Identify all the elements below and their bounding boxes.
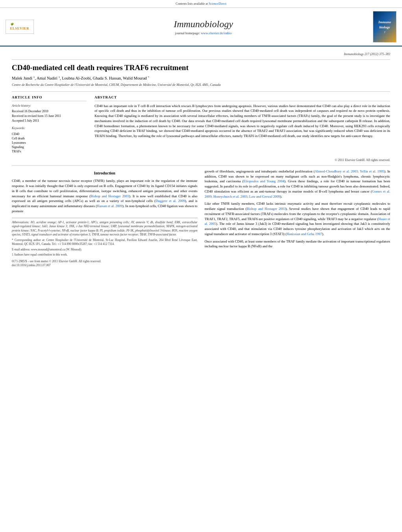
journal-header-center: Immunobiology journal homepage: www.else… [38,18,369,35]
divider-1 [12,59,390,60]
affiliation: Centre de Recherche du Centre Hospitalie… [12,83,390,87]
journal-cover-image: Immunobiology 7 [373,11,396,43]
keywords-section: Keywords: CD40 Cell death Lysosomes Sign… [12,126,87,154]
sciencedirect-label: Contents lists available at [176,2,208,6]
footnote-abbreviations: Abbreviations: AO, acridine orange; AP-1… [12,221,198,237]
intro-left-para-1: CD40, a member of the tumour necrosis fa… [12,178,198,213]
footnote-corresponding: * Corresponding author at: Centre Hospit… [12,238,198,247]
publisher-bottom: 0171-2985/$ – see front matter © 2011 El… [12,260,198,268]
page-wrapper: Contents lists available at ScienceDirec… [0,0,402,532]
sciencedirect-link[interactable]: ScienceDirect [209,2,226,6]
intro-right-para-1: growth of fibroblasts, angiogenesis and … [205,169,391,199]
keyword-4: Signaling [12,145,87,149]
journal-header: 🌳 ELSEVIER Immunobiology journal homepag… [0,8,402,46]
article-info-heading: ARTICLE INFO [12,95,87,101]
revised-date: Received in revised form 15 June 2011 [12,114,87,118]
received-date: Received 16 December 2010 [12,109,87,113]
footnotes-section: Abbreviations: AO, acridine orange; AP-1… [12,218,198,268]
keyword-5: TRAFs [12,149,87,154]
abstract-heading: ABSTRACT [94,95,390,101]
divider-3 [12,165,390,166]
footnote-contribution: 1 Authors have equal contribution in thi… [12,253,198,257]
journal-title: Immunobiology [38,18,369,31]
main-content: Immunobiology 217 (2012) 375–383 CD40-me… [0,46,402,273]
article-info-panel: ARTICLE INFO Article history: Received 1… [12,95,87,154]
two-col-body: Introduction CD40, a member of the tumou… [12,169,390,268]
body-right-col: growth of fibroblasts, angiogenesis and … [205,169,391,268]
elsevier-text: ELSEVIER [10,26,29,31]
journal-homepage: journal homepage: www.elsevier.de/imbio [38,31,369,36]
journal-ref: Immunobiology 217 (2012) 375–383 [12,52,390,56]
keyword-2: Cell death [12,136,87,141]
accepted-date: Accepted 5 July 2011 [12,119,87,123]
abstract-body: CD40 has an important role in T cell-B c… [94,104,390,139]
elsevier-logo: 🌳 ELSEVIER [6,20,34,34]
article-info-abstract: ARTICLE INFO Article history: Received 1… [12,95,390,154]
article-title: CD40-mediated cell death requires TRAF6 … [12,63,390,73]
article-history-label: Article history: [12,104,87,108]
journal-homepage-link[interactable]: www.elsevier.de/imbio [201,31,232,35]
keyword-3: Lysosomes [12,141,87,145]
intro-right-para-2: Like other TNFR family members, CD40 lac… [205,201,391,236]
body-left-col: Introduction CD40, a member of the tumou… [12,169,198,268]
abstract-section: ABSTRACT CD40 has an important role in T… [94,95,390,154]
authors-line: Malek Jundi 1, Amal Nadiri 1, Loubna Al-… [12,75,390,81]
author-malek: Malek Jundi 1, Amal Nadiri 1, Loubna Al-… [12,76,149,80]
publisher-license: 0171-2985/$ – see front matter © 2011 El… [12,260,198,264]
intro-right-para-3: Once associated with CD40, at least some… [205,239,391,249]
footnote-email: E-mail address: www.mourad@umontreal.ca … [12,248,198,252]
introduction-heading: Introduction [12,171,198,176]
keywords-label: Keywords: [12,126,87,130]
keyword-1: CD40 [12,132,87,136]
top-banner: Contents lists available at ScienceDirec… [0,0,402,8]
divider-2 [12,91,390,92]
publisher-doi: doi:10.1016/j.imbio.2011.07.007 [12,263,198,268]
copyright-line: © 2011 Elsevier GmbH. All rights reserve… [12,158,390,162]
